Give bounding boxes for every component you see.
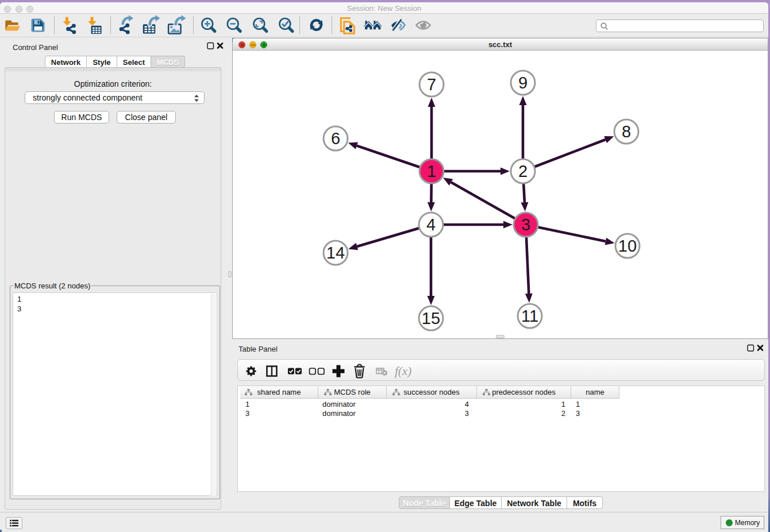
svg-text:8: 8	[622, 122, 631, 141]
svg-text:6: 6	[331, 129, 340, 148]
svg-text:7: 7	[427, 75, 436, 94]
svg-text:11: 11	[521, 307, 538, 325]
svg-text:15: 15	[422, 309, 440, 327]
svg-text:2: 2	[518, 162, 528, 180]
svg-text:9: 9	[518, 74, 528, 92]
svg-text:4: 4	[426, 215, 436, 234]
svg-text:3: 3	[521, 215, 530, 234]
svg-text:1: 1	[427, 162, 436, 180]
svg-text:14: 14	[326, 244, 345, 262]
svg-text:10: 10	[618, 237, 637, 255]
svg-text:f(x): f(x)	[395, 364, 411, 378]
